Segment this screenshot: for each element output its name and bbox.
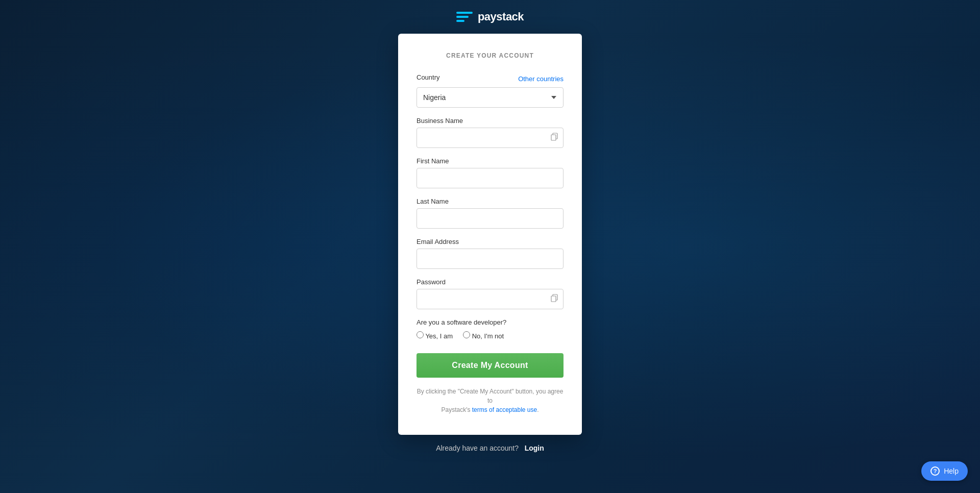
last-name-label: Last Name <box>416 198 564 205</box>
last-name-group: Last Name <box>416 198 564 229</box>
developer-radio-group: Yes, I am No, I'm not <box>416 331 564 343</box>
country-label: Country <box>416 73 440 81</box>
country-group: Country Other countries Nigeria Ghana So… <box>416 73 564 108</box>
radio-no-input[interactable] <box>463 331 470 338</box>
help-label: Help <box>944 467 959 475</box>
country-field-row: Country Other countries <box>416 73 564 84</box>
first-name-group: First Name <box>416 157 564 188</box>
developer-question-text: Are you a software developer? <box>416 318 564 326</box>
terms-text: By clicking the "Create My Account" butt… <box>416 387 564 414</box>
country-select[interactable]: Nigeria Ghana South Africa Kenya <box>416 87 564 108</box>
radio-no-label[interactable]: No, I'm not <box>463 331 504 340</box>
svg-rect-1 <box>551 135 556 140</box>
terms-link[interactable]: terms of acceptable use <box>472 406 537 413</box>
business-name-input-wrapper <box>416 128 564 148</box>
terms-text-part2: Paystack's <box>441 406 470 413</box>
footer: Already have an account? Login <box>436 444 544 452</box>
first-name-input[interactable] <box>416 168 564 188</box>
header: paystack <box>456 10 524 23</box>
radio-yes-text: Yes, I am <box>425 332 453 340</box>
other-countries-link[interactable]: Other countries <box>518 75 564 83</box>
password-label: Password <box>416 278 564 286</box>
business-name-group: Business Name <box>416 117 564 148</box>
business-name-label: Business Name <box>416 117 564 125</box>
business-name-input[interactable] <box>416 128 564 148</box>
email-group: Email Address <box>416 238 564 269</box>
form-title: CREATE YOUR ACCOUNT <box>416 52 564 59</box>
form-card: CREATE YOUR ACCOUNT Country Other countr… <box>398 34 582 435</box>
last-name-input[interactable] <box>416 208 564 229</box>
create-account-button[interactable]: Create My Account <box>416 353 564 378</box>
password-group: Password <box>416 278 564 309</box>
country-select-wrapper: Nigeria Ghana South Africa Kenya <box>416 87 564 108</box>
business-name-copy-icon[interactable] <box>550 133 558 143</box>
radio-yes-label[interactable]: Yes, I am <box>416 331 453 340</box>
radio-no-text: No, I'm not <box>472 332 504 340</box>
help-circle-icon: ? <box>930 466 940 476</box>
logo-text: paystack <box>478 10 524 23</box>
radio-yes-input[interactable] <box>416 331 424 338</box>
developer-group: Are you a software developer? Yes, I am … <box>416 318 564 343</box>
footer-text: Already have an account? <box>436 444 519 452</box>
login-link[interactable]: Login <box>525 444 544 452</box>
paystack-logo-icon <box>456 11 473 23</box>
help-button[interactable]: ? Help <box>921 461 968 481</box>
terms-text-part1: By clicking the "Create My Account" butt… <box>417 388 564 404</box>
svg-rect-3 <box>551 296 556 302</box>
first-name-label: First Name <box>416 157 564 165</box>
email-input[interactable] <box>416 249 564 269</box>
password-input-wrapper <box>416 289 564 309</box>
email-label: Email Address <box>416 238 564 245</box>
password-toggle-icon[interactable] <box>550 294 558 304</box>
terms-period: . <box>537 406 538 413</box>
password-input[interactable] <box>416 289 564 309</box>
